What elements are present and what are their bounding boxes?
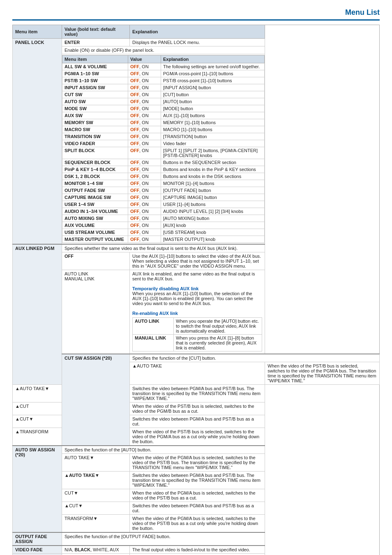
table-row: TRANSFORM▼ When the video of the PGM/A b… xyxy=(13,515,380,533)
enter-explanation: Displays the PANEL LOCK menu. xyxy=(130,39,265,46)
auto-sw-value-3: CUT▼ xyxy=(62,489,130,502)
list-item: MODE SW OFF, ON [MODE] button xyxy=(62,105,265,112)
main-table: Menu item Value (bold text: default valu… xyxy=(12,25,380,555)
list-item: MONITOR 1–4 SW OFF, ON MONITOR [1]–[4] b… xyxy=(62,180,265,187)
list-item: AUTO LINK When you operate the [AUTO] bu… xyxy=(133,318,262,335)
table-row: CUT▼ When the video of the PGM/A bus is … xyxy=(13,489,380,502)
cut-sw-value-1: ▲AUTO TAKE xyxy=(130,362,265,385)
auto-sw-exp-2: Switches the video between PGM/A bus and… xyxy=(130,472,265,489)
table-row: AUTO TAKE▼ When the video of the PGM/A b… xyxy=(13,454,380,472)
aux-relink-table: AUTO LINK When you operate the [AUTO] bu… xyxy=(132,317,262,352)
list-item: CAPTURE IMAGE SW OFF, ON [CAPTURE IMAGE]… xyxy=(62,194,265,201)
table-row: AUX LINKED PGM Specifies whether the sam… xyxy=(13,244,380,252)
enter-value: ENTER xyxy=(62,39,130,46)
cut-sw-exp-4: Switches the video between PGM/A bus and… xyxy=(130,415,265,428)
audio-fade-explanation: When this is set to "ENABLE," the output… xyxy=(130,554,265,555)
auto-sw-value-2: ▲AUTO TAKE▼ xyxy=(62,472,130,489)
panel-lock-inner-table-cell: Menu item Value Explanation ALL SW & VOL… xyxy=(62,54,265,245)
list-item: OUTPUT FADE SW OFF, ON [OUTPUT FADE] but… xyxy=(62,187,265,194)
table-row: VIDEO FADE N/A, BLACK, WHITE, AUX The fi… xyxy=(13,546,380,554)
output-fade-specifies: Specifies the function of the [OUTPUT FA… xyxy=(62,532,265,546)
list-item: PinP & KEY 1–4 BLOCK OFF, ON Buttons and… xyxy=(62,166,265,173)
inner-panel-lock-table: Menu item Value Explanation ALL SW & VOL… xyxy=(62,55,265,243)
list-item: ALL SW & VOLUME OFF, ON The following se… xyxy=(62,63,265,70)
list-item: MEMORY SW OFF, ON MEMORY [1]–[10] button… xyxy=(62,119,265,126)
table-row: Menu item Value Explanation ALL SW & VOL… xyxy=(13,54,380,245)
page-header: Menu List xyxy=(12,8,380,21)
cut-sw-exp-2: Switches the video between PGM/A bus and… xyxy=(130,385,265,402)
section-cut-sw-assign: CUT SW ASSIGN (*20) xyxy=(62,354,130,446)
list-item: DSK 1, 2 BLOCK OFF, ON Buttons and knobs… xyxy=(62,173,265,180)
list-item: AUDIO IN 1–3/4 VOLUME OFF, ON AUDIO INPU… xyxy=(62,208,265,215)
inner-col-1: Menu item xyxy=(62,56,128,63)
col-header-1: Menu item xyxy=(13,25,62,39)
table-row: ▲CUT▼ Switches the video between PGM/A b… xyxy=(13,502,380,515)
list-item: AUX SW OFF, ON AUX [1]–[10] buttons xyxy=(62,112,265,119)
aux-off-explanation: Use the AUX [1]–[10] buttons to select t… xyxy=(130,252,265,270)
list-item: INPUT ASSIGN SW OFF, ON [INPUT ASSIGN] b… xyxy=(62,84,265,91)
table-row: CUT SW ASSIGN (*20) Specifies the functi… xyxy=(13,354,380,362)
cut-sw-exp-3: When the video of the PST/B bus is selec… xyxy=(130,402,265,415)
list-item: PGM/A 1–10 SW OFF, ON PGM/A cross-point … xyxy=(62,70,265,77)
cut-sw-exp-1: When the video of the PST/B bus is selec… xyxy=(265,362,380,385)
table-row: AUDIO FADE DISABLE, ENABLE When this is … xyxy=(13,554,380,555)
aux-off-value: OFF xyxy=(62,252,130,270)
table-row: Enable (ON) or disable (OFF) the panel l… xyxy=(13,46,380,54)
auto-sw-value-5: TRANSFORM▼ xyxy=(62,515,130,533)
table-row: OFF Use the AUX [1]–[10] buttons to sele… xyxy=(13,252,380,270)
aux-specifies: Specifies whether the same video as the … xyxy=(62,244,265,252)
auto-sw-specifies: Specifies the function of the [AUTO] but… xyxy=(62,446,265,454)
section-auto-sw-assign: AUTO SW ASSIGN (*20) xyxy=(13,446,62,532)
video-fade-explanation: The final output video is faded-in/out t… xyxy=(130,546,265,554)
cut-sw-exp-5: When the video of the PST/B bus is selec… xyxy=(130,428,265,446)
table-row: PANEL LOCK ENTER Displays the PANEL LOCK… xyxy=(13,39,380,46)
col-header-2: Value (bold text: default value) xyxy=(62,25,130,39)
list-item: USER 1–4 SW OFF, ON USER [1]–[4] buttons xyxy=(62,201,265,208)
cut-sw-value-3: ▲CUT xyxy=(13,402,62,415)
section-audio-fade: AUDIO FADE xyxy=(13,554,62,555)
auto-sw-exp-4: Switches the video between PGM/A bus and… xyxy=(130,502,265,515)
cut-sw-specifies: Specifies the function of the [CUT] butt… xyxy=(130,354,380,362)
list-item: AUX VOLUME OFF, ON [AUX] knob xyxy=(62,222,265,229)
list-item: SEQUENCER BLOCK OFF, ON Buttons in the S… xyxy=(62,159,265,166)
auto-sw-exp-1: When the video of the PGM/A bus is selec… xyxy=(130,454,265,472)
list-item: AUTO SW OFF, ON [AUTO] button xyxy=(62,98,265,105)
list-item: VIDEO FADER OFF, ON Video fader xyxy=(62,140,265,147)
list-item: USB STREAM VOLUME OFF, ON [USB STREAM] k… xyxy=(62,229,265,236)
auto-sw-value-1: AUTO TAKE▼ xyxy=(62,454,130,472)
inner-col-2: Value xyxy=(128,56,161,63)
cut-sw-value-4: ▲CUT▼ xyxy=(13,415,62,428)
section-output-fade-assign: OUTPUT FADE ASSIGN xyxy=(13,532,62,546)
list-item: TRANSITION SW OFF, ON [TRANSITION] butto… xyxy=(62,133,265,140)
audio-fade-value: DISABLE, ENABLE xyxy=(62,554,130,555)
aux-autolink-manual-values: AUTO LINKMANUAL LINK xyxy=(62,270,130,354)
table-row: ▲AUTO TAKE▼ Switches the video between P… xyxy=(13,472,380,489)
list-item: MASTER OUTPUT VOLUME OFF, ON [MASTER OUT… xyxy=(62,236,265,243)
aux-link-explanation: AUX link is enabled, and the same video … xyxy=(130,270,265,354)
video-fade-value: N/A, BLACK, WHITE, AUX xyxy=(62,546,130,554)
list-item: MANUAL LINK When you press the AUX [1]–[… xyxy=(133,335,262,352)
page-title: Menu List xyxy=(345,8,380,16)
cut-sw-value-2: ▲AUTO TAKE▼ xyxy=(13,385,62,402)
table-row: AUTO SW ASSIGN (*20) Specifies the funct… xyxy=(13,446,380,454)
auto-sw-exp-5: When the video of the PGM/A bus is selec… xyxy=(130,515,265,533)
section-panel-lock: PANEL LOCK xyxy=(13,39,62,245)
list-item: AUTO MIXING SW OFF, ON [AUTO MIXING] but… xyxy=(62,215,265,222)
auto-sw-value-4: ▲CUT▼ xyxy=(62,502,130,515)
list-item: SPLIT BLOCK OFF, ON [SPLIT 1] [SPLIT 2] … xyxy=(62,147,265,159)
list-item: MACRO SW OFF, ON MACRO [1]–[10] buttons xyxy=(62,126,265,133)
table-row: AUTO LINKMANUAL LINK AUX link is enabled… xyxy=(13,270,380,354)
section-video-fade: VIDEO FADE xyxy=(13,546,62,554)
list-item: PST/B 1–10 SW OFF, ON PST/B cross-point … xyxy=(62,77,265,84)
cut-sw-value-5: ▲TRANSFORM xyxy=(13,428,62,446)
auto-sw-exp-3: When the video of the PGM/A bus is selec… xyxy=(130,489,265,502)
list-item: CUT SW OFF, ON [CUT] button xyxy=(62,91,265,98)
col-header-3: Explanation xyxy=(130,25,265,39)
section-aux-linked-pgm: AUX LINKED PGM xyxy=(13,244,62,385)
inner-col-3: Explanation xyxy=(161,56,265,63)
table-row: OUTPUT FADE ASSIGN Specifies the functio… xyxy=(13,532,380,546)
panel-lock-enable-text: Enable (ON) or disable (OFF) the panel l… xyxy=(62,46,265,54)
